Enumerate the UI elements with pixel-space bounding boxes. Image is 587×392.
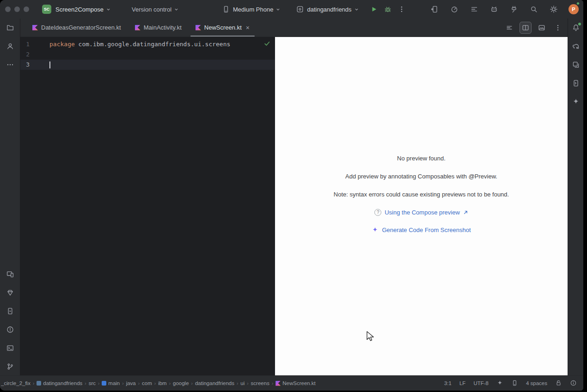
breadcrumb-item[interactable]: src bbox=[89, 380, 96, 386]
version-control-label: Version control bbox=[132, 6, 171, 13]
logcat-icon bbox=[470, 5, 478, 13]
split-view-button[interactable] bbox=[520, 22, 532, 34]
caret-position-widget[interactable]: 3:1 bbox=[444, 380, 452, 386]
gemini-sparkle-icon bbox=[572, 98, 580, 106]
more-horizontal-icon bbox=[6, 61, 14, 69]
breadcrumb-separator: › bbox=[191, 381, 193, 386]
project-name: Screen2Compose bbox=[55, 6, 104, 13]
more-vertical-icon bbox=[397, 5, 406, 13]
profiler-button[interactable] bbox=[449, 2, 459, 16]
device-explorer-tool-button[interactable] bbox=[569, 77, 582, 90]
user-account-button[interactable]: P bbox=[569, 2, 579, 16]
close-tab-icon[interactable]: × bbox=[246, 24, 250, 31]
line-number: 1 bbox=[20, 39, 30, 49]
terminal-tool-button[interactable] bbox=[4, 342, 17, 355]
code-editor[interactable]: 1 package com.ibm.google.datingandfriend… bbox=[20, 37, 275, 375]
ide-info-button[interactable] bbox=[570, 380, 577, 387]
breadcrumb-separator: › bbox=[33, 381, 34, 386]
inspection-status-widget[interactable] bbox=[263, 40, 271, 49]
version-control-menu[interactable]: Version control bbox=[129, 4, 181, 15]
statusbar-widgets: 3:1 LF UTF-8 4 spaces bbox=[444, 380, 577, 387]
breadcrumb-item[interactable]: datingandfriends bbox=[195, 380, 234, 386]
compose-preview-doc-link[interactable]: ? Using the Compose preview bbox=[374, 209, 468, 216]
more-tool-windows-button[interactable] bbox=[4, 58, 17, 71]
breadcrumb-item[interactable]: NewScreen.kt bbox=[275, 380, 316, 386]
plug-icon bbox=[510, 5, 518, 13]
generate-code-from-screenshot-link[interactable]: Generate Code From Screenshot bbox=[372, 227, 471, 233]
logcat-button[interactable] bbox=[469, 2, 479, 16]
code-line[interactable]: 1 package com.ibm.google.datingandfriend… bbox=[20, 39, 275, 49]
info-icon bbox=[570, 380, 577, 386]
kotlin-file-icon bbox=[135, 25, 141, 31]
device-selector[interactable]: Medium Phone bbox=[219, 3, 283, 15]
minimize-window-button[interactable] bbox=[14, 6, 20, 12]
settings-button[interactable] bbox=[549, 2, 559, 16]
profiler-icon bbox=[450, 5, 459, 13]
more-run-actions-button[interactable] bbox=[395, 2, 409, 16]
kotlin-file-icon bbox=[275, 381, 281, 386]
code-line[interactable]: 2 bbox=[20, 49, 275, 60]
breadcrumb-item[interactable]: _circle_2_fix bbox=[1, 380, 31, 386]
collaboration-tool-button[interactable] bbox=[4, 40, 17, 53]
layout-inspector-tool-button[interactable] bbox=[569, 58, 582, 71]
tab-dateideasgeneratorscreen[interactable]: DateIdeasGeneratorScreen.kt bbox=[25, 18, 128, 37]
device-mirroring-button[interactable] bbox=[429, 2, 440, 16]
tab-label: NewScreen.kt bbox=[204, 24, 242, 31]
breadcrumb-item[interactable]: main bbox=[102, 380, 120, 386]
version-control-tool-button[interactable] bbox=[4, 360, 17, 373]
device-status-button[interactable] bbox=[511, 380, 518, 387]
project-tool-button[interactable] bbox=[4, 21, 17, 34]
encoding-widget[interactable]: UTF-8 bbox=[473, 380, 489, 386]
zoom-window-button[interactable] bbox=[24, 6, 29, 12]
gemini-sparkle-icon bbox=[496, 380, 503, 386]
indent-widget[interactable]: 4 spaces bbox=[526, 380, 547, 386]
breadcrumb-item[interactable]: ibm bbox=[158, 380, 167, 386]
code-line-active[interactable]: 3 bbox=[20, 60, 275, 70]
search-button[interactable] bbox=[529, 2, 539, 16]
debug-button[interactable] bbox=[381, 2, 395, 16]
tab-newscreen[interactable]: NewScreen.kt × bbox=[189, 18, 257, 37]
problems-tool-button[interactable] bbox=[4, 323, 17, 336]
run-configuration-label: datingandfriends bbox=[307, 6, 351, 13]
notifications-button[interactable] bbox=[569, 21, 582, 34]
folder-icon bbox=[6, 24, 14, 32]
breadcrumb-item[interactable]: screens bbox=[251, 380, 269, 386]
breadcrumb-item[interactable]: com bbox=[142, 380, 152, 386]
studio-bot-button[interactable] bbox=[489, 2, 499, 16]
breadcrumb-item[interactable]: ui bbox=[240, 380, 245, 386]
split-view-icon bbox=[521, 24, 530, 32]
run-configuration-selector[interactable]: datingandfriends bbox=[293, 3, 361, 15]
close-window-button[interactable] bbox=[5, 6, 11, 12]
chevron-down-icon bbox=[355, 7, 359, 12]
mouse-cursor bbox=[366, 331, 376, 342]
gradle-elephant-icon bbox=[572, 42, 580, 50]
compose-preview-panel: No preview found. Add preview by annotat… bbox=[275, 37, 568, 375]
gemini-status-button[interactable] bbox=[496, 380, 503, 387]
run-button[interactable] bbox=[367, 2, 381, 16]
project-menu[interactable]: SC Screen2Compose bbox=[39, 3, 113, 16]
run-toolbar: Medium Phone datingandfriends bbox=[219, 0, 409, 18]
write-access-button[interactable] bbox=[555, 380, 562, 387]
gemini-tool-button[interactable] bbox=[569, 95, 582, 108]
tab-mainactivity[interactable]: MainActivity.kt bbox=[128, 18, 189, 37]
plug-button[interactable] bbox=[509, 2, 519, 16]
kotlin-file-icon bbox=[196, 25, 201, 31]
line-separator-widget[interactable]: LF bbox=[459, 380, 465, 386]
running-devices-tool-button[interactable] bbox=[4, 268, 17, 281]
design-view-button[interactable] bbox=[536, 22, 548, 34]
device-manager-tool-button[interactable] bbox=[4, 305, 17, 318]
project-icon: SC bbox=[42, 5, 51, 14]
kotlin-file-icon bbox=[32, 25, 38, 31]
tab-options-button[interactable] bbox=[552, 22, 564, 34]
breadcrumb-item[interactable]: datingandfriends bbox=[37, 380, 82, 386]
code-view-button[interactable] bbox=[503, 22, 515, 34]
main-area: DateIdeasGeneratorScreen.kt MainActivity… bbox=[0, 18, 583, 375]
breadcrumb-item[interactable]: google bbox=[173, 380, 189, 386]
phone-icon bbox=[222, 5, 230, 13]
window-controls bbox=[5, 6, 29, 12]
device-explorer-icon bbox=[572, 79, 580, 87]
gradle-tool-button[interactable] bbox=[569, 40, 582, 53]
breadcrumb-item[interactable]: java bbox=[126, 380, 136, 386]
app-insights-tool-button[interactable] bbox=[4, 286, 17, 299]
ide-window: SC Screen2Compose Version control Medium… bbox=[0, 0, 583, 391]
